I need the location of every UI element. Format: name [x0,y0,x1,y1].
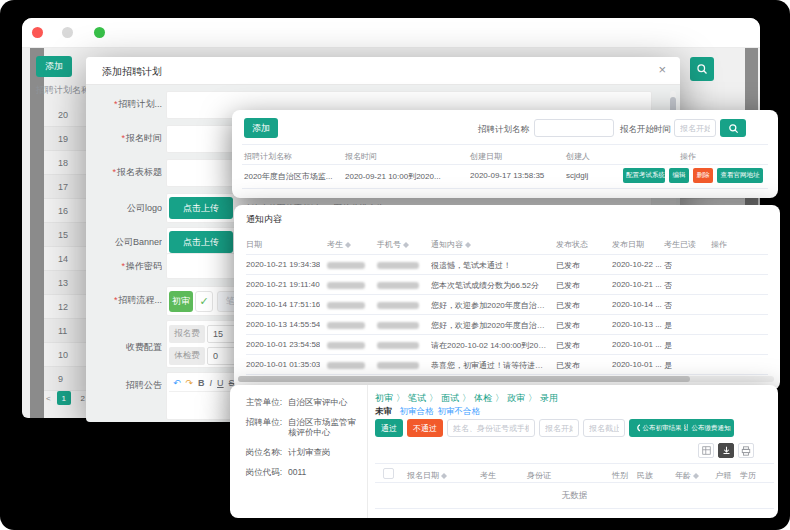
editor-tool-icon[interactable]: ↶ [173,378,181,388]
table-row[interactable]: 2020-10-14 17:51:16您好，欢迎参加2020年度自治区市场...… [246,295,768,315]
flow-step-first-review[interactable]: 初审 [169,291,193,312]
column-header: 日期 [246,239,262,250]
page-button[interactable]: 1 [57,391,71,405]
view-site-button[interactable]: 查看官网地址 [717,168,763,183]
publish-fee-notice-button[interactable]: 公布缴费通知 [688,419,734,437]
add-button[interactable]: 添加 [244,118,278,138]
publish-date-cell: 2020-10-01 ... [612,360,662,369]
column-header-sortable[interactable]: 考生 [327,239,352,250]
column-header-sortable[interactable]: 通知内容 [431,239,472,250]
print-button[interactable] [738,443,754,458]
field-label: 招聘公告 [90,379,162,392]
upload-button[interactable]: 点击上传 [169,231,233,253]
download-button[interactable] [718,443,734,458]
fail-button[interactable]: 不通过 [407,419,443,437]
configure-exam-button[interactable]: 配置考试系统 [623,168,665,183]
horizontal-scrollbar[interactable] [238,376,774,382]
fee-name: 报名费 [169,325,205,343]
info-item: 岗位名称:计划审查岗 [240,447,359,458]
filter-current[interactable]: 未审 [375,406,392,416]
column-header: 操作 [680,151,696,162]
column-header-sortable[interactable]: 手机号 [377,239,410,250]
table-row[interactable]: 2020-10-21 19:11:40您本次笔试成绩分数为66.52分已发布20… [246,275,768,295]
filter-link[interactable]: 初审不合格 [437,406,480,416]
date-cell: 2020-10-21 19:11:40 [246,280,320,289]
candidate-table-header: 报名日期 考生 身份证 性别 民族 年龄 户籍 学历 [375,463,774,483]
status-cell: 已发布 [556,280,580,291]
column-header: 创建日期 [470,151,502,162]
editor-tool-icon[interactable]: B [198,378,205,388]
signup-start-input[interactable] [539,419,579,437]
publish-date-cell: 2020-10-14 ... [612,300,662,309]
column-header: 招聘计划名称 [244,151,292,162]
left-scroll-strip [30,48,44,418]
column-header: 考生已读 [664,239,696,250]
close-window-button[interactable] [32,27,43,38]
filter-link[interactable]: 初审合格 [399,406,433,416]
minimize-window-button[interactable] [62,27,73,38]
table-row[interactable]: 2020-10-13 14:55:54您好，欢迎参加2020年度自治区市场...… [246,315,768,335]
start-time-filter-input[interactable] [674,119,716,137]
upload-button[interactable]: 点击上传 [169,197,233,219]
check-icon: ✓ [195,291,213,312]
step-separator: 〉 [528,393,537,403]
editor-tool-icon[interactable]: U [217,378,224,388]
delete-button[interactable]: 删除 [693,168,713,183]
column-header: 性别 [612,470,628,481]
flow-step[interactable]: 面试 [441,393,459,403]
editor-tool-icon[interactable]: I [210,378,213,388]
date-cell: 2020-10-01 23:54:58 [246,340,320,349]
table-row[interactable]: 2020-10-21 19:34:38很遗憾，笔试未通过！已发布2020-10-… [246,255,768,275]
panel-title: 通知内容 [246,213,282,226]
search-button[interactable] [690,57,714,81]
notice-panel: 通知内容 日期 考生 手机号 通知内容 发布状态 发布日期 考生已读 操作 20… [234,205,780,390]
add-plan-button[interactable]: 添加 [36,56,72,77]
candidate-search-input[interactable] [447,419,535,437]
notice-content-cell: 请在2020-10-02 14:00:00到2020-10-... [431,340,549,351]
flow-step[interactable]: 初审 [375,393,393,403]
column-header-sortable[interactable]: 年龄 [675,470,700,481]
column-header: 民族 [637,470,653,481]
table-row[interactable]: 2020-10-01 01:35:03恭喜您，初审通过！请等待进一步通知已发布2… [246,355,768,375]
info-value: 计划审查岗 [288,447,331,458]
flow-step[interactable]: 体检 [474,393,492,403]
column-header: 发布日期 [612,239,644,250]
step-separator: 〉 [495,393,504,403]
column-header: 身份证 [527,470,551,481]
notice-table-body: 2020-10-21 19:34:38很遗憾，笔试未通过！已发布2020-10-… [246,255,768,375]
filter-links: 初审合格初审不合格 [399,406,484,416]
flow-step[interactable]: 政审 [507,393,525,403]
signup-end-input[interactable] [583,419,625,437]
search-icon [728,123,739,134]
column-header-sortable[interactable]: 报名日期 [407,470,448,481]
select-all-checkbox[interactable] [383,468,394,479]
read-cell: 是 [664,360,672,371]
prev-page-button[interactable]: < [46,394,51,403]
info-item: 岗位代码:0011 [240,467,359,478]
redacted-candidate [327,282,365,289]
pass-button[interactable]: 通过 [375,419,403,437]
redacted-phone [377,302,419,309]
field-label: *招聘流程... [90,294,162,307]
flow-step[interactable]: 笔试 [408,393,426,403]
close-icon[interactable]: × [658,62,666,77]
sort-icon [693,470,700,479]
publish-date-cell: 2020-10-21 ... [612,280,662,289]
modal-header: 添加招聘计划 × [86,57,680,85]
flow-step[interactable]: 录用 [540,393,558,403]
editor-tool-icon[interactable]: ↷ [186,378,194,388]
column-settings-button[interactable] [698,443,714,458]
search-button[interactable] [720,119,746,137]
maximize-window-button[interactable] [94,27,105,38]
publish-result-button[interactable]: 公布初审结果 [640,419,684,437]
redacted-candidate [327,302,365,309]
table-row[interactable]: 2020-10-01 23:54:58请在2020-10-02 14:00:00… [246,335,768,355]
plan-name-filter-input[interactable] [534,119,614,137]
plan-name-cell: 2020年度自治区市场监... [244,171,340,182]
date-cell: 2020-10-13 14:55:54 [246,320,320,329]
edit-button[interactable]: 编辑 [669,168,689,183]
sort-icon [465,239,472,248]
filter-time-label: 报名开始时间 [620,124,671,136]
info-label: 岗位名称: [240,447,282,458]
download-icon [722,446,731,455]
